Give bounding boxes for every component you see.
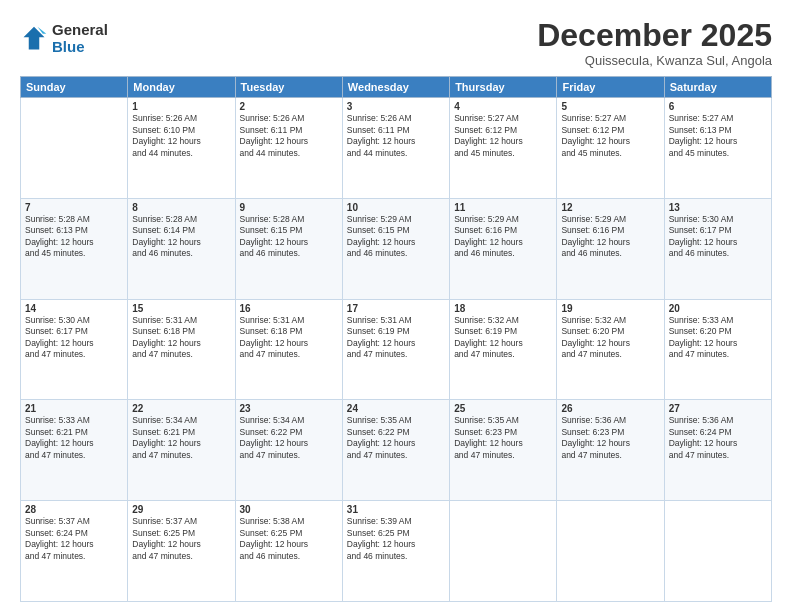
month-title: December 2025 xyxy=(537,18,772,53)
calendar-cell: 8Sunrise: 5:28 AM Sunset: 6:14 PM Daylig… xyxy=(128,198,235,299)
calendar-cell: 10Sunrise: 5:29 AM Sunset: 6:15 PM Dayli… xyxy=(342,198,449,299)
logo-text: General Blue xyxy=(52,22,108,55)
day-number: 15 xyxy=(132,303,230,314)
day-info: Sunrise: 5:28 AM Sunset: 6:15 PM Dayligh… xyxy=(240,214,338,260)
day-number: 20 xyxy=(669,303,767,314)
day-info: Sunrise: 5:27 AM Sunset: 6:13 PM Dayligh… xyxy=(669,113,767,159)
week-row-1: 1Sunrise: 5:26 AM Sunset: 6:10 PM Daylig… xyxy=(21,98,772,199)
calendar-cell: 20Sunrise: 5:33 AM Sunset: 6:20 PM Dayli… xyxy=(664,299,771,400)
day-info: Sunrise: 5:33 AM Sunset: 6:20 PM Dayligh… xyxy=(669,315,767,361)
calendar-cell: 30Sunrise: 5:38 AM Sunset: 6:25 PM Dayli… xyxy=(235,501,342,602)
day-number: 10 xyxy=(347,202,445,213)
day-number: 31 xyxy=(347,504,445,515)
calendar-cell: 26Sunrise: 5:36 AM Sunset: 6:23 PM Dayli… xyxy=(557,400,664,501)
calendar-cell: 16Sunrise: 5:31 AM Sunset: 6:18 PM Dayli… xyxy=(235,299,342,400)
calendar-cell: 15Sunrise: 5:31 AM Sunset: 6:18 PM Dayli… xyxy=(128,299,235,400)
day-info: Sunrise: 5:29 AM Sunset: 6:16 PM Dayligh… xyxy=(561,214,659,260)
day-number: 17 xyxy=(347,303,445,314)
day-info: Sunrise: 5:28 AM Sunset: 6:14 PM Dayligh… xyxy=(132,214,230,260)
logo-icon xyxy=(20,25,48,53)
day-info: Sunrise: 5:34 AM Sunset: 6:22 PM Dayligh… xyxy=(240,415,338,461)
calendar-cell: 7Sunrise: 5:28 AM Sunset: 6:13 PM Daylig… xyxy=(21,198,128,299)
day-info: Sunrise: 5:36 AM Sunset: 6:24 PM Dayligh… xyxy=(669,415,767,461)
calendar-cell: 23Sunrise: 5:34 AM Sunset: 6:22 PM Dayli… xyxy=(235,400,342,501)
day-info: Sunrise: 5:32 AM Sunset: 6:20 PM Dayligh… xyxy=(561,315,659,361)
location: Quissecula, Kwanza Sul, Angola xyxy=(537,53,772,68)
day-number: 2 xyxy=(240,101,338,112)
day-info: Sunrise: 5:27 AM Sunset: 6:12 PM Dayligh… xyxy=(454,113,552,159)
day-number: 26 xyxy=(561,403,659,414)
day-info: Sunrise: 5:26 AM Sunset: 6:11 PM Dayligh… xyxy=(240,113,338,159)
day-number: 14 xyxy=(25,303,123,314)
day-info: Sunrise: 5:31 AM Sunset: 6:19 PM Dayligh… xyxy=(347,315,445,361)
calendar-cell: 3Sunrise: 5:26 AM Sunset: 6:11 PM Daylig… xyxy=(342,98,449,199)
day-info: Sunrise: 5:37 AM Sunset: 6:24 PM Dayligh… xyxy=(25,516,123,562)
calendar-cell: 6Sunrise: 5:27 AM Sunset: 6:13 PM Daylig… xyxy=(664,98,771,199)
calendar-cell: 24Sunrise: 5:35 AM Sunset: 6:22 PM Dayli… xyxy=(342,400,449,501)
day-number: 3 xyxy=(347,101,445,112)
day-number: 18 xyxy=(454,303,552,314)
day-info: Sunrise: 5:31 AM Sunset: 6:18 PM Dayligh… xyxy=(132,315,230,361)
day-number: 4 xyxy=(454,101,552,112)
day-number: 21 xyxy=(25,403,123,414)
calendar-cell: 27Sunrise: 5:36 AM Sunset: 6:24 PM Dayli… xyxy=(664,400,771,501)
week-row-4: 21Sunrise: 5:33 AM Sunset: 6:21 PM Dayli… xyxy=(21,400,772,501)
calendar-cell: 19Sunrise: 5:32 AM Sunset: 6:20 PM Dayli… xyxy=(557,299,664,400)
weekday-header-tuesday: Tuesday xyxy=(235,77,342,98)
calendar-cell: 29Sunrise: 5:37 AM Sunset: 6:25 PM Dayli… xyxy=(128,501,235,602)
day-info: Sunrise: 5:29 AM Sunset: 6:16 PM Dayligh… xyxy=(454,214,552,260)
calendar-cell: 1Sunrise: 5:26 AM Sunset: 6:10 PM Daylig… xyxy=(128,98,235,199)
day-info: Sunrise: 5:38 AM Sunset: 6:25 PM Dayligh… xyxy=(240,516,338,562)
day-number: 1 xyxy=(132,101,230,112)
logo-blue: Blue xyxy=(52,39,108,56)
day-info: Sunrise: 5:26 AM Sunset: 6:11 PM Dayligh… xyxy=(347,113,445,159)
calendar-table: SundayMondayTuesdayWednesdayThursdayFrid… xyxy=(20,76,772,602)
day-number: 5 xyxy=(561,101,659,112)
day-number: 7 xyxy=(25,202,123,213)
calendar-cell: 22Sunrise: 5:34 AM Sunset: 6:21 PM Dayli… xyxy=(128,400,235,501)
day-number: 12 xyxy=(561,202,659,213)
calendar-page: General Blue December 2025 Quissecula, K… xyxy=(0,0,792,612)
calendar-cell xyxy=(557,501,664,602)
calendar-cell: 14Sunrise: 5:30 AM Sunset: 6:17 PM Dayli… xyxy=(21,299,128,400)
day-number: 28 xyxy=(25,504,123,515)
day-info: Sunrise: 5:34 AM Sunset: 6:21 PM Dayligh… xyxy=(132,415,230,461)
day-number: 16 xyxy=(240,303,338,314)
day-info: Sunrise: 5:35 AM Sunset: 6:22 PM Dayligh… xyxy=(347,415,445,461)
calendar-cell: 31Sunrise: 5:39 AM Sunset: 6:25 PM Dayli… xyxy=(342,501,449,602)
day-info: Sunrise: 5:30 AM Sunset: 6:17 PM Dayligh… xyxy=(25,315,123,361)
day-number: 27 xyxy=(669,403,767,414)
calendar-cell: 21Sunrise: 5:33 AM Sunset: 6:21 PM Dayli… xyxy=(21,400,128,501)
day-number: 19 xyxy=(561,303,659,314)
day-number: 22 xyxy=(132,403,230,414)
logo: General Blue xyxy=(20,22,108,55)
day-number: 23 xyxy=(240,403,338,414)
week-row-2: 7Sunrise: 5:28 AM Sunset: 6:13 PM Daylig… xyxy=(21,198,772,299)
calendar-cell: 17Sunrise: 5:31 AM Sunset: 6:19 PM Dayli… xyxy=(342,299,449,400)
day-info: Sunrise: 5:26 AM Sunset: 6:10 PM Dayligh… xyxy=(132,113,230,159)
calendar-cell: 28Sunrise: 5:37 AM Sunset: 6:24 PM Dayli… xyxy=(21,501,128,602)
calendar-cell: 4Sunrise: 5:27 AM Sunset: 6:12 PM Daylig… xyxy=(450,98,557,199)
day-info: Sunrise: 5:35 AM Sunset: 6:23 PM Dayligh… xyxy=(454,415,552,461)
day-info: Sunrise: 5:28 AM Sunset: 6:13 PM Dayligh… xyxy=(25,214,123,260)
week-row-3: 14Sunrise: 5:30 AM Sunset: 6:17 PM Dayli… xyxy=(21,299,772,400)
weekday-header-saturday: Saturday xyxy=(664,77,771,98)
day-number: 8 xyxy=(132,202,230,213)
day-info: Sunrise: 5:39 AM Sunset: 6:25 PM Dayligh… xyxy=(347,516,445,562)
day-number: 9 xyxy=(240,202,338,213)
day-info: Sunrise: 5:37 AM Sunset: 6:25 PM Dayligh… xyxy=(132,516,230,562)
day-info: Sunrise: 5:29 AM Sunset: 6:15 PM Dayligh… xyxy=(347,214,445,260)
weekday-header-monday: Monday xyxy=(128,77,235,98)
calendar-cell xyxy=(664,501,771,602)
calendar-cell: 18Sunrise: 5:32 AM Sunset: 6:19 PM Dayli… xyxy=(450,299,557,400)
calendar-cell xyxy=(450,501,557,602)
day-number: 24 xyxy=(347,403,445,414)
day-number: 13 xyxy=(669,202,767,213)
weekday-header-thursday: Thursday xyxy=(450,77,557,98)
day-number: 30 xyxy=(240,504,338,515)
calendar-cell: 13Sunrise: 5:30 AM Sunset: 6:17 PM Dayli… xyxy=(664,198,771,299)
day-info: Sunrise: 5:30 AM Sunset: 6:17 PM Dayligh… xyxy=(669,214,767,260)
calendar-cell xyxy=(21,98,128,199)
day-info: Sunrise: 5:32 AM Sunset: 6:19 PM Dayligh… xyxy=(454,315,552,361)
day-info: Sunrise: 5:36 AM Sunset: 6:23 PM Dayligh… xyxy=(561,415,659,461)
